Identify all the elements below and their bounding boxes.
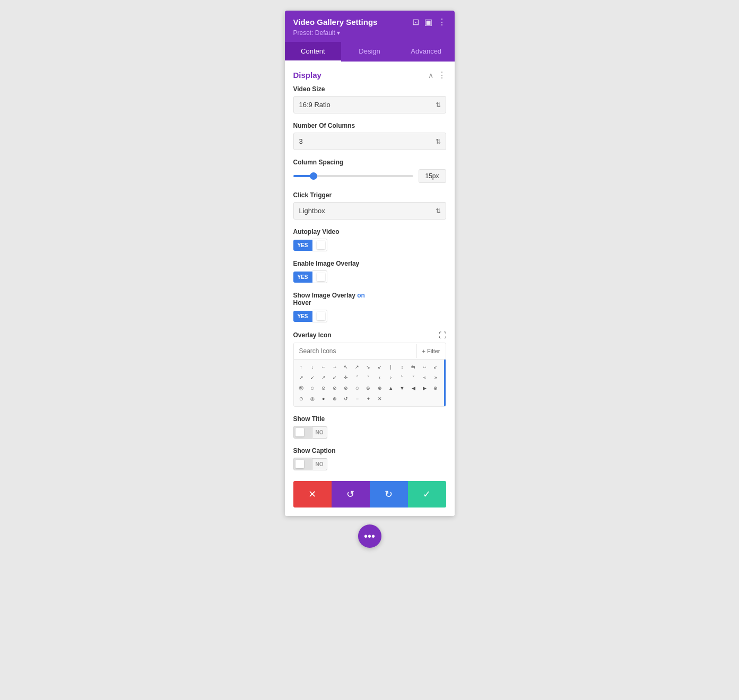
icon-cell[interactable]: ◀: [408, 383, 419, 393]
icon-filter-button[interactable]: + Filter: [416, 344, 446, 358]
icon-cell[interactable]: ⇆: [408, 362, 419, 372]
icon-cell[interactable]: −: [352, 393, 362, 404]
icon-cell[interactable]: ●: [318, 393, 329, 404]
icon-cell[interactable]: ˄: [397, 372, 407, 383]
icon-cell[interactable]: «: [419, 372, 430, 383]
section-more-icon[interactable]: ⋮: [438, 70, 446, 80]
icon-cell[interactable]: |: [386, 362, 396, 372]
save-button[interactable]: ✓: [408, 481, 446, 508]
enable-overlay-yes-label[interactable]: YES: [293, 272, 312, 283]
column-spacing-slider[interactable]: [293, 175, 413, 177]
icon-cell[interactable]: ›: [386, 372, 396, 383]
redo-button[interactable]: ↻: [370, 481, 408, 508]
icon-cell[interactable]: ✛: [341, 372, 351, 383]
icon-cell[interactable]: →: [329, 362, 340, 372]
video-gallery-settings-panel: Video Gallery Settings ⊡ ▣ ⋮ Preset: Def…: [285, 11, 455, 516]
icon-cell[interactable]: ⊛: [363, 383, 373, 393]
panel-header: Video Gallery Settings ⊡ ▣ ⋮ Preset: Def…: [285, 11, 455, 42]
icon-cell[interactable]: ↓: [307, 362, 318, 372]
show-overlay-hover-toggle[interactable]: YES: [293, 310, 446, 322]
fab-button[interactable]: •••: [358, 524, 381, 548]
video-size-field: Video Size 16:9 Ratio 4:3 Ratio Custom ⇅: [293, 85, 446, 113]
icon-cell[interactable]: ‹: [375, 372, 385, 383]
overlay-icon-label: Overlay Icon: [293, 331, 332, 339]
icon-cell[interactable]: ↙: [329, 372, 340, 383]
click-trigger-select-wrapper: Lightbox Inline New Tab ⇅: [293, 202, 446, 220]
icon-cell[interactable]: ☺: [352, 383, 362, 393]
tab-design[interactable]: Design: [341, 42, 398, 62]
icon-cell[interactable]: ←: [318, 362, 329, 372]
icon-cell[interactable]: ↖: [341, 362, 351, 372]
autoplay-video-toggle[interactable]: YES: [293, 239, 446, 251]
icon-cell[interactable]: ↕: [397, 362, 407, 372]
enable-overlay-toggle-handle[interactable]: [312, 270, 327, 283]
show-overlay-hover-yes-label[interactable]: YES: [293, 311, 312, 322]
icon-cell[interactable]: ↘: [363, 362, 373, 372]
icon-cell[interactable]: ▶: [419, 383, 430, 393]
icon-cell[interactable]: ✕: [375, 393, 385, 404]
icon-cell[interactable]: ▲: [386, 383, 396, 393]
icon-cell[interactable]: ⊕: [430, 383, 441, 393]
overlay-expand-icon[interactable]: ⛶: [439, 331, 446, 339]
show-title-field: Show Title NO: [293, 415, 446, 439]
video-size-select[interactable]: 16:9 Ratio 4:3 Ratio Custom: [293, 96, 446, 113]
undo-button[interactable]: ↺: [332, 481, 370, 508]
icon-cell[interactable]: ⊙: [296, 393, 307, 404]
icon-cell[interactable]: +: [363, 393, 373, 404]
number-of-columns-select-wrapper: 1 2 3 4 5 6 ⇅: [293, 133, 446, 150]
icon-cell[interactable]: »: [430, 372, 441, 383]
show-caption-toggle[interactable]: NO: [293, 458, 446, 470]
show-caption-label: Show Caption: [293, 447, 446, 454]
icon-cell[interactable]: ˅: [363, 372, 373, 383]
autoplay-yes-label[interactable]: YES: [293, 240, 312, 251]
show-title-toggle[interactable]: NO: [293, 426, 446, 439]
show-title-toggle-handle[interactable]: [293, 426, 312, 439]
icon-cell[interactable]: ⊗: [341, 383, 351, 393]
more-options-icon[interactable]: ⋮: [438, 17, 446, 27]
click-trigger-select[interactable]: Lightbox Inline New Tab: [293, 202, 446, 220]
icon-cell[interactable]: ↗: [318, 372, 329, 383]
icon-cell[interactable]: ↗: [296, 372, 307, 383]
icon-cell[interactable]: ⊛: [329, 393, 340, 404]
number-of-columns-select[interactable]: 1 2 3 4 5 6: [293, 133, 446, 150]
click-trigger-label: Click Trigger: [293, 191, 446, 199]
icon-cell[interactable]: ⊘: [329, 383, 340, 393]
icon-cell[interactable]: ⊕: [375, 383, 385, 393]
icon-cell[interactable]: ▼: [397, 383, 407, 393]
icon-cell[interactable]: ↙: [430, 362, 441, 372]
icon-cell[interactable]: ↔: [419, 362, 430, 372]
enable-image-overlay-toggle[interactable]: YES: [293, 270, 446, 283]
icon-cell[interactable]: ☺: [307, 383, 318, 393]
video-size-label: Video Size: [293, 85, 446, 93]
cancel-button[interactable]: ✕: [293, 481, 332, 508]
column-spacing-field: Column Spacing: [293, 159, 446, 183]
column-spacing-value[interactable]: [419, 169, 446, 183]
show-overlay-hover-handle[interactable]: [312, 310, 327, 322]
icon-search-input[interactable]: [294, 343, 416, 359]
icon-cell[interactable]: ◎: [307, 393, 318, 404]
icon-cell[interactable]: ˅: [408, 372, 419, 383]
preset-selector[interactable]: Preset: Default ▾: [293, 29, 446, 42]
tab-content[interactable]: Content: [285, 42, 342, 62]
display-section-header: Display ∧ ⋮: [293, 62, 446, 85]
icon-grid: ↑↓←→↖↗↘↙|↕⇆↔↙↗↙↗↙✛˄˅‹›˄˅«»☹☺⊙⊘⊗☺⊛⊕▲▼◀▶⊕⊙…: [294, 360, 446, 406]
icon-cell[interactable]: ↑: [296, 362, 307, 372]
autoplay-video-label: Autoplay Video: [293, 228, 446, 235]
show-caption-toggle-handle[interactable]: [293, 458, 312, 470]
layout-icon[interactable]: ▣: [424, 17, 432, 27]
icon-cell[interactable]: ↙: [307, 372, 318, 383]
icon-cell[interactable]: ⊙: [318, 383, 329, 393]
icon-cell[interactable]: ☹: [296, 383, 307, 393]
enable-image-overlay-label: Enable Image Overlay: [293, 260, 446, 267]
responsive-icon[interactable]: ⊡: [412, 17, 419, 27]
icon-cell[interactable]: ↗: [352, 362, 362, 372]
section-header-icons: ∧ ⋮: [428, 70, 446, 80]
icon-cell[interactable]: ↙: [375, 362, 385, 372]
autoplay-toggle-handle[interactable]: [312, 239, 327, 251]
number-of-columns-label: Number Of Columns: [293, 122, 446, 129]
click-trigger-field: Click Trigger Lightbox Inline New Tab ⇅: [293, 191, 446, 220]
icon-cell[interactable]: ˄: [352, 372, 362, 383]
collapse-icon[interactable]: ∧: [428, 71, 433, 80]
tab-advanced[interactable]: Advanced: [398, 42, 455, 62]
icon-cell[interactable]: ↺: [341, 393, 351, 404]
